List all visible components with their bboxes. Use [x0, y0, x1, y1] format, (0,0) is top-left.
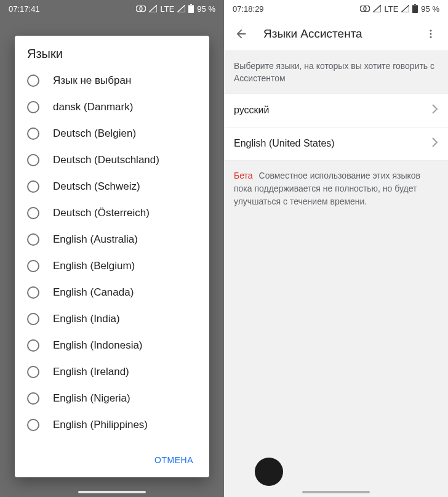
radio-icon — [27, 154, 39, 166]
radio-icon — [27, 339, 39, 352]
option-label: Deutsch (Österreich) — [53, 207, 150, 219]
svg-rect-5 — [413, 6, 418, 13]
option-label: dansk (Danmark) — [53, 101, 133, 113]
language-option[interactable]: English (Singapore) — [18, 438, 206, 444]
home-indicator[interactable] — [302, 491, 370, 493]
signal-empty-icon — [149, 5, 157, 12]
svg-point-6 — [430, 30, 432, 31]
option-label: Deutsch (Belgien) — [53, 127, 136, 140]
beta-note: БетаСовместное использование этих языков… — [224, 161, 448, 497]
svg-rect-2 — [189, 6, 194, 13]
status-bar: 07:17:41 LTE 95 % — [0, 0, 224, 17]
radio-icon — [27, 260, 39, 272]
status-icons: LTE 95 % — [360, 4, 439, 14]
option-label: English (Belgium) — [53, 260, 135, 272]
radio-icon — [27, 392, 39, 405]
option-label: English (Australia) — [53, 233, 138, 246]
status-battery: 95 % — [421, 4, 439, 14]
signal-empty-icon — [177, 5, 185, 12]
language-slot-2[interactable]: English (United States) — [224, 127, 448, 161]
option-label: Deutsch (Deutschland) — [53, 154, 159, 166]
language-option[interactable]: English (Ireland) — [18, 358, 206, 385]
beta-text: Совместное использование этих языков пок… — [234, 171, 420, 206]
radio-icon — [27, 180, 39, 193]
status-lte: LTE — [160, 4, 174, 14]
radio-icon — [27, 75, 39, 87]
language-option[interactable]: English (Indonesia) — [18, 332, 206, 358]
radio-icon — [27, 366, 39, 378]
overflow-menu-button[interactable] — [420, 23, 442, 45]
dialog-actions: ОТМЕНА — [15, 444, 209, 477]
assistant-fab[interactable] — [255, 458, 283, 486]
language-option[interactable]: Deutsch (Belgien) — [18, 120, 206, 147]
language-options-list[interactable]: Язык не выбран dansk (Danmark) Deutsch (… — [15, 67, 209, 444]
signal-empty-icon — [401, 5, 409, 12]
svg-point-8 — [430, 36, 432, 38]
app-bar: Языки Ассистента — [224, 17, 448, 51]
back-button[interactable] — [230, 23, 252, 45]
vpn-icon — [136, 6, 146, 12]
radio-icon — [27, 419, 39, 431]
section-description: Выберите языки, на которых вы хотите гов… — [224, 51, 448, 94]
language-option[interactable]: Deutsch (Schweiz) — [18, 173, 206, 200]
option-label: English (Nigeria) — [53, 392, 130, 405]
radio-icon — [27, 233, 39, 246]
beta-badge: Бета — [234, 171, 253, 180]
radio-icon — [27, 127, 39, 140]
svg-point-7 — [430, 33, 432, 35]
option-label: Язык не выбран — [53, 75, 131, 87]
screen-assistant-languages: 07:18:29 LTE 95 % Языки Ассистента — [224, 0, 448, 497]
language-option[interactable]: English (Australia) — [18, 226, 206, 253]
language-option[interactable]: English (Canada) — [18, 279, 206, 305]
language-dialog: Языки Язык не выбран dansk (Danmark) Deu… — [15, 36, 209, 477]
page-title: Языки Ассистента — [263, 27, 409, 41]
radio-icon — [27, 313, 39, 325]
status-icons: LTE 95 % — [136, 4, 215, 14]
dialog-title: Языки — [15, 36, 209, 67]
option-label: Deutsch (Schweiz) — [53, 180, 140, 193]
vpn-icon — [360, 6, 370, 12]
status-bar: 07:18:29 LTE 95 % — [224, 0, 448, 17]
status-time: 07:18:29 — [233, 4, 264, 14]
chevron-right-icon — [432, 137, 438, 150]
language-option[interactable]: Deutsch (Österreich) — [18, 200, 206, 226]
option-label: English (Ireland) — [53, 366, 129, 378]
language-option[interactable]: Deutsch (Deutschland) — [18, 147, 206, 173]
radio-icon — [27, 101, 39, 113]
svg-rect-4 — [414, 4, 416, 6]
option-label: English (Indonesia) — [53, 339, 143, 352]
language-option[interactable]: Язык не выбран — [18, 67, 206, 94]
status-time: 07:17:41 — [9, 4, 40, 14]
cancel-button[interactable]: ОТМЕНА — [150, 451, 198, 469]
radio-icon — [27, 207, 39, 219]
arrow-back-icon — [234, 27, 248, 41]
language-label: English (United States) — [234, 138, 335, 149]
option-label: English (India) — [53, 313, 120, 325]
status-lte: LTE — [384, 4, 398, 14]
screen-language-dialog: 07:17:41 LTE 95 % Языки Язык не выбран d… — [0, 0, 224, 497]
language-option[interactable]: English (Nigeria) — [18, 385, 206, 411]
radio-icon — [27, 286, 39, 299]
chevron-right-icon — [432, 104, 438, 116]
option-label: English (Canada) — [53, 286, 134, 299]
signal-empty-icon — [373, 5, 381, 12]
language-option[interactable]: English (Philippines) — [18, 411, 206, 438]
language-slot-1[interactable]: русский — [224, 94, 448, 127]
language-option[interactable]: dansk (Danmark) — [18, 94, 206, 120]
more-vert-icon — [425, 28, 436, 39]
svg-rect-1 — [190, 4, 192, 6]
language-label: русский — [234, 105, 269, 116]
home-indicator[interactable] — [78, 491, 146, 493]
status-battery: 95 % — [197, 4, 215, 14]
option-label: English (Philippines) — [53, 419, 148, 431]
battery-icon — [412, 4, 418, 13]
battery-icon — [188, 4, 194, 13]
language-option[interactable]: English (India) — [18, 305, 206, 332]
language-option[interactable]: English (Belgium) — [18, 253, 206, 279]
